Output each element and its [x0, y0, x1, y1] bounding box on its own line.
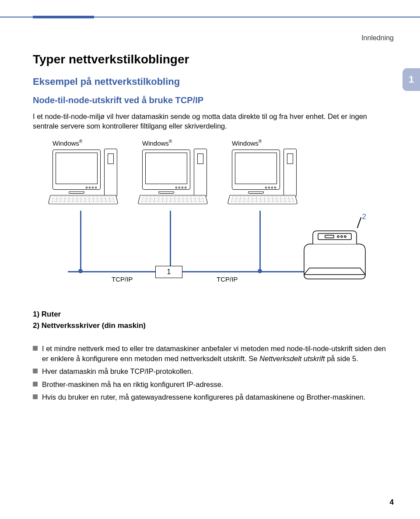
svg-point-4 [344, 236, 346, 237]
note-text: Brother-maskinen må ha en riktig konfigu… [42, 380, 387, 390]
monitor-stand [52, 192, 101, 195]
list-item: Hver datamaskin må bruke TCP/IP-protokol… [33, 366, 387, 376]
node-dot [258, 269, 262, 273]
note-text: Hver datamaskin må bruke TCP/IP-protokol… [42, 366, 387, 376]
tower-icon [104, 149, 117, 197]
subsection-title: Node-til-node-utskrift ved å bruke TCP/I… [33, 95, 387, 105]
svg-point-3 [341, 236, 343, 237]
legend-item-1: 1) Ruter [33, 309, 387, 320]
notes-list: I et mindre nettverk med to eller tre da… [33, 344, 387, 402]
section-subtitle: Eksempel på nettverkstilkobling [33, 76, 387, 87]
svg-rect-1 [325, 235, 334, 238]
network-diagram: Windows® Windows® Windows® [33, 139, 387, 301]
square-bullet-icon [33, 369, 38, 373]
note-text: Hvis du bruker en ruter, må gatewayadres… [42, 392, 387, 402]
keyboard-icon [48, 195, 118, 204]
registered-mark: ® [259, 139, 262, 144]
os-name: Windows [52, 139, 79, 147]
drop-1 [80, 211, 81, 272]
drop-2 [170, 211, 171, 272]
registered-mark: ® [79, 139, 82, 144]
list-item: Hvis du bruker en ruter, må gatewayadres… [33, 392, 387, 402]
list-item: Brother-maskinen må ha en riktig konfigu… [33, 380, 387, 390]
os-label-2: Windows® [142, 139, 225, 147]
page-top-short-rule [33, 16, 94, 18]
list-item: I et mindre nettverk med to eller tre da… [33, 344, 387, 364]
tcpip-label-right: TCP/IP [217, 275, 238, 283]
square-bullet-icon [33, 346, 38, 351]
tower-icon [284, 149, 297, 197]
monitor-icon [232, 150, 280, 190]
svg-point-2 [337, 236, 339, 237]
note-post: på side 5. [325, 355, 358, 362]
monitor-stand [142, 192, 190, 195]
computer-1: Windows® [52, 139, 136, 206]
printer-icon [300, 226, 370, 283]
os-name: Windows [232, 139, 259, 147]
square-bullet-icon [33, 394, 38, 399]
node-dot [78, 269, 83, 273]
note-italic: Nettverksdelt utskrift [259, 355, 325, 362]
computer-2: Windows® [142, 139, 225, 206]
registered-mark: ® [169, 139, 172, 144]
tower-icon [194, 149, 207, 197]
square-bullet-icon [33, 382, 38, 387]
tcpip-label-left: TCP/IP [112, 275, 133, 283]
page-title: Typer nettverkstilkoblinger [33, 52, 387, 66]
note-text: I et mindre nettverk med to eller tre da… [42, 344, 387, 364]
keyboard-icon [137, 195, 208, 204]
legend-item-2: 2) Nettverksskriver (din maskin) [33, 320, 387, 331]
os-label-3: Windows® [232, 139, 315, 147]
drop-3 [259, 211, 261, 272]
router-ref-box: 1 [155, 266, 182, 278]
monitor-icon [52, 150, 101, 190]
os-name: Windows [142, 139, 169, 147]
page-number: 4 [390, 498, 394, 507]
printer-ref-label: 2 [362, 212, 366, 221]
monitor-icon [142, 150, 190, 190]
diagram-legend: 1) Ruter 2) Nettverksskriver (din maskin… [33, 309, 387, 332]
section-tab: 1 [402, 68, 420, 91]
intro-paragraph: I et node-til-node-miljø vil hver datama… [33, 111, 387, 131]
monitor-stand [232, 192, 280, 195]
os-label-1: Windows® [52, 139, 136, 147]
network-backbone [68, 271, 326, 272]
computer-3: Windows® [232, 139, 315, 206]
content-column: Typer nettverkstilkoblinger Eksempel på … [33, 52, 387, 405]
keyboard-icon [227, 195, 298, 204]
running-head: Innledning [361, 34, 394, 42]
